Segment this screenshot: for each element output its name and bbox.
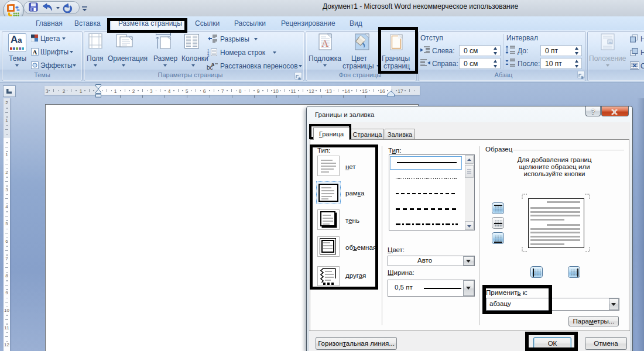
svg-text:3: 3 — [207, 54, 210, 57]
svg-text:a: a — [211, 61, 215, 67]
svg-text:A: A — [33, 49, 37, 56]
svg-text:A: A — [321, 38, 329, 49]
